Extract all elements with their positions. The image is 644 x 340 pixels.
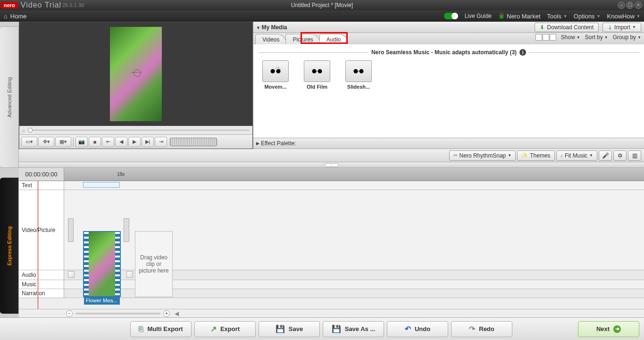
tab-pictures[interactable]: Pictures: [285, 34, 320, 44]
zoom-slider[interactable]: [75, 313, 160, 315]
save-as-button[interactable]: 💾Save As ...: [323, 321, 384, 337]
chevron-down-icon: ▼: [604, 35, 608, 40]
preview-position-slider[interactable]: ⌂: [19, 126, 252, 134]
save-icon: 💾: [276, 324, 285, 333]
media-panel-title[interactable]: My Media: [256, 24, 287, 31]
narration-track[interactable]: [64, 289, 644, 298]
effect-palette-bar[interactable]: Effect Palette:: [253, 138, 644, 149]
themes-button[interactable]: ✨Themes: [517, 150, 554, 161]
microphone-icon: 🎤: [602, 152, 609, 159]
nero-market-button[interactable]: Nero Market: [498, 13, 541, 20]
arrow-right-icon: ➜: [613, 325, 621, 333]
tool-button[interactable]: ▥: [628, 150, 641, 161]
redo-icon: ↷: [469, 324, 475, 333]
track-label-text: Text: [19, 181, 64, 190]
maximize-button[interactable]: ☐: [626, 1, 634, 9]
video-track[interactable]: Flower Mea... Drag video clip or picture…: [64, 226, 644, 234]
tab-videos[interactable]: Videos: [255, 34, 286, 44]
multi-export-button[interactable]: ⎘Multi Export: [130, 321, 192, 337]
tools-menu[interactable]: Tools▼: [547, 13, 567, 20]
timeline-action-bar: ✂Nero RhythmSnap▼ ✨Themes ♪Fit Music▼ 🎤 …: [19, 149, 644, 162]
tab-audio[interactable]: Audio: [319, 34, 348, 44]
infinity-icon: [345, 60, 372, 82]
redo-button[interactable]: ↷Redo: [451, 321, 512, 337]
menu-bar: ⌂ Home Live Guide Nero Market Tools▼ Opt…: [0, 10, 644, 22]
view-details[interactable]: [550, 34, 556, 41]
home-label: Home: [10, 13, 27, 20]
zoom-out-button[interactable]: −: [66, 310, 73, 317]
knowhow-menu[interactable]: KnowHow▼: [607, 13, 640, 20]
text-clip[interactable]: [83, 182, 120, 188]
timeline-playhead[interactable]: [38, 181, 38, 309]
download-icon: ⬇: [540, 24, 544, 31]
view-large-icons[interactable]: [535, 34, 542, 41]
settings-button[interactable]: ⚙: [613, 150, 627, 161]
next-frame-button[interactable]: ▶|: [142, 137, 154, 147]
import-button[interactable]: ⤓ Import ▼: [602, 23, 641, 32]
aspect-button[interactable]: ▦▾: [55, 137, 71, 147]
view-list[interactable]: [543, 34, 549, 41]
fit-button[interactable]: ✥▾: [38, 137, 54, 147]
chevron-down-icon: ▼: [589, 153, 593, 158]
text-track[interactable]: [64, 181, 644, 190]
sortby-dropdown[interactable]: Sort by▼: [585, 34, 608, 41]
media-panel: My Media ⬇ Download Content ⤓ Import ▼ V…: [253, 22, 644, 149]
options-menu[interactable]: Options▼: [574, 13, 601, 20]
show-dropdown[interactable]: Show▼: [561, 34, 580, 41]
advanced-editing-tab[interactable]: Advanced Editing: [0, 26, 19, 168]
export-icon: ↗: [210, 324, 217, 333]
music-item-label: Slidesh...: [342, 84, 375, 90]
mark-out-button[interactable]: ⇥: [155, 137, 167, 147]
minimize-button[interactable]: –: [618, 1, 625, 9]
music-item-slideshow[interactable]: Slidesh...: [342, 60, 375, 90]
play-button[interactable]: ▶: [128, 137, 141, 147]
music-item-oldfilm[interactable]: Old Film: [301, 60, 334, 90]
app-name: Video Trial: [21, 1, 61, 9]
snapshot-button[interactable]: 📷: [75, 137, 88, 147]
clip-trim-handle-right[interactable]: [124, 218, 129, 242]
timeline-ruler[interactable]: 18s: [64, 168, 644, 181]
mic-button[interactable]: 🎤: [599, 150, 612, 161]
home-button[interactable]: ⌂ Home: [4, 13, 27, 20]
chevron-down-icon: ▼: [563, 14, 567, 18]
express-editing-tab[interactable]: Express Editing: [0, 177, 19, 314]
audio-mute-toggle[interactable]: [126, 271, 133, 278]
infinity-icon: [262, 60, 289, 82]
app-version: 25.5.1.30: [62, 2, 84, 8]
download-content-button[interactable]: ⬇ Download Content: [535, 23, 599, 32]
project-title: Untitled Project * [Movie]: [291, 2, 353, 8]
mark-in-button[interactable]: ⇤: [102, 137, 114, 147]
infinity-icon: [304, 60, 330, 82]
music-track[interactable]: [64, 280, 644, 289]
next-button[interactable]: Next➜: [578, 321, 639, 337]
zoom-in-button[interactable]: +: [163, 310, 170, 317]
save-as-icon: 💾: [332, 324, 341, 333]
info-icon[interactable]: i: [519, 49, 526, 56]
zoom-left-button[interactable]: ◀: [175, 310, 179, 317]
chevron-down-icon: ▼: [597, 14, 601, 18]
export-button[interactable]: ↗Export: [194, 321, 256, 337]
jog-wheel[interactable]: [170, 138, 217, 146]
panel-collapse-handle[interactable]: ︿: [19, 162, 644, 168]
preview-canvas[interactable]: [19, 22, 252, 126]
rhythmsnap-button[interactable]: ✂Nero RhythmSnap▼: [449, 150, 516, 161]
prev-frame-button[interactable]: ◀: [115, 137, 127, 147]
fit-music-button[interactable]: ♪Fit Music▼: [556, 150, 597, 161]
music-item-movement[interactable]: Movem...: [259, 60, 292, 90]
save-button[interactable]: 💾Save: [259, 321, 320, 337]
audio-track[interactable]: [64, 270, 644, 280]
music-item-label: Old Film: [301, 84, 334, 90]
live-guide-toggle[interactable]: [444, 13, 458, 19]
stop-button[interactable]: ■: [89, 137, 101, 147]
undo-button[interactable]: ↶Undo: [387, 321, 448, 337]
close-button[interactable]: ×: [635, 1, 642, 9]
audio-mute-toggle[interactable]: [68, 271, 75, 278]
display-mode-button[interactable]: ▭▾: [21, 137, 37, 147]
groupby-dropdown[interactable]: Group by▼: [613, 34, 641, 41]
timeline-current-time: 00:00:00:00: [19, 168, 64, 181]
clip-trim-handle-left[interactable]: [68, 218, 74, 242]
music-item-label: Movem...: [259, 84, 292, 90]
shopping-bag-icon: [498, 13, 505, 19]
timeline: 00:00:00:00 18s Text Video/Picture: [19, 168, 644, 317]
media-body: Nero Seamless Music - Music adapts autom…: [253, 44, 644, 138]
